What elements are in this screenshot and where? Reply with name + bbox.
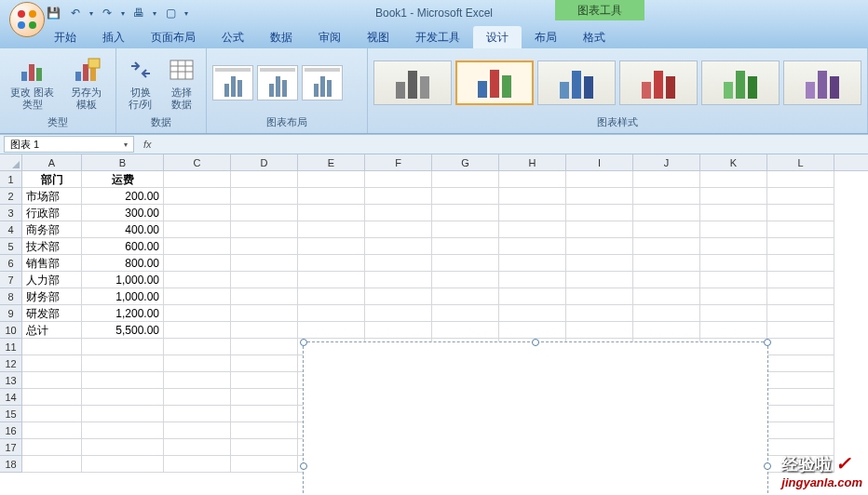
change-chart-type-button[interactable]: 更改 图表类型 — [6, 53, 60, 113]
row-header[interactable]: 17 — [0, 439, 21, 456]
row-header[interactable]: 8 — [0, 288, 21, 305]
cell[interactable] — [298, 221, 365, 238]
tab-page-layout[interactable]: 页面布局 — [138, 26, 209, 48]
cell[interactable]: 5,500.00 — [82, 322, 164, 339]
cell[interactable] — [164, 288, 231, 305]
cell[interactable] — [365, 288, 432, 305]
cell[interactable] — [231, 372, 298, 389]
cell[interactable] — [231, 188, 298, 205]
cell[interactable] — [767, 339, 834, 355]
cell[interactable] — [633, 322, 700, 339]
select-all-corner[interactable] — [0, 154, 22, 171]
cell[interactable] — [432, 255, 499, 272]
chart-layout-2[interactable] — [257, 65, 298, 100]
cell[interactable] — [164, 171, 231, 188]
tab-format[interactable]: 格式 — [570, 26, 618, 48]
cell[interactable] — [566, 171, 633, 188]
cell[interactable] — [82, 439, 164, 456]
column-header[interactable]: F — [365, 154, 432, 170]
cell[interactable]: 研发部 — [22, 305, 82, 322]
cell[interactable] — [700, 205, 767, 221]
cell[interactable]: 销售部 — [22, 255, 82, 272]
cell[interactable] — [700, 305, 767, 322]
column-header[interactable]: I — [566, 154, 633, 170]
cell[interactable] — [365, 255, 432, 272]
cell[interactable] — [700, 322, 767, 339]
cell[interactable] — [700, 188, 767, 205]
cell[interactable] — [633, 171, 700, 188]
cell[interactable] — [164, 355, 231, 372]
cell[interactable] — [432, 322, 499, 339]
cell[interactable] — [231, 322, 298, 339]
row-header[interactable]: 13 — [0, 372, 21, 389]
cell[interactable] — [566, 272, 633, 288]
tab-developer[interactable]: 开发工具 — [402, 26, 473, 48]
column-header[interactable]: E — [298, 154, 365, 170]
cell[interactable] — [767, 288, 834, 305]
row-header[interactable]: 3 — [0, 205, 21, 221]
cell[interactable] — [365, 171, 432, 188]
row-header[interactable]: 6 — [0, 255, 21, 272]
cell[interactable]: 运费 — [82, 171, 164, 188]
cell[interactable] — [164, 439, 231, 456]
column-header[interactable]: B — [82, 154, 164, 170]
column-header[interactable]: L — [767, 154, 834, 170]
cell[interactable] — [164, 272, 231, 288]
cell[interactable] — [767, 205, 834, 221]
cell[interactable] — [82, 389, 164, 406]
cell[interactable] — [365, 305, 432, 322]
chart-layout-1[interactable] — [212, 65, 253, 100]
cell[interactable] — [164, 205, 231, 221]
cell[interactable] — [365, 188, 432, 205]
cell[interactable] — [164, 406, 231, 422]
cell[interactable] — [499, 322, 566, 339]
cell[interactable] — [298, 171, 365, 188]
cell[interactable] — [298, 205, 365, 221]
cell[interactable] — [566, 188, 633, 205]
cell[interactable] — [566, 205, 633, 221]
cell[interactable] — [566, 238, 633, 255]
cell[interactable] — [633, 255, 700, 272]
cell[interactable] — [231, 205, 298, 221]
cell[interactable] — [432, 305, 499, 322]
cell[interactable] — [22, 439, 82, 456]
cell[interactable] — [164, 339, 231, 355]
cell[interactable] — [164, 305, 231, 322]
cell[interactable] — [365, 322, 432, 339]
cell[interactable] — [298, 238, 365, 255]
cell[interactable] — [298, 255, 365, 272]
cell[interactable] — [767, 221, 834, 238]
cell[interactable] — [231, 238, 298, 255]
cell[interactable] — [164, 389, 231, 406]
cell[interactable]: 人力部 — [22, 272, 82, 288]
cell[interactable] — [633, 188, 700, 205]
cell[interactable] — [767, 406, 834, 422]
cell[interactable]: 300.00 — [82, 205, 164, 221]
cell[interactable] — [566, 305, 633, 322]
cell[interactable] — [499, 288, 566, 305]
cell[interactable] — [633, 205, 700, 221]
cell[interactable] — [231, 355, 298, 372]
tab-insert[interactable]: 插入 — [89, 26, 138, 48]
cell[interactable] — [231, 389, 298, 406]
cell[interactable] — [767, 171, 834, 188]
cell[interactable] — [298, 188, 365, 205]
cell[interactable] — [365, 238, 432, 255]
tab-formulas[interactable]: 公式 — [209, 26, 257, 48]
cell[interactable] — [432, 205, 499, 221]
cell[interactable] — [164, 322, 231, 339]
cell[interactable] — [298, 272, 365, 288]
cell[interactable] — [767, 305, 834, 322]
chart-style-6[interactable] — [783, 60, 861, 105]
office-button[interactable] — [9, 2, 45, 37]
tab-design[interactable]: 设计 — [473, 26, 522, 48]
resize-handle-ne[interactable] — [764, 339, 771, 346]
cell[interactable] — [231, 406, 298, 422]
save-icon[interactable]: 💾 — [45, 5, 61, 21]
cell[interactable] — [499, 188, 566, 205]
cell[interactable] — [298, 305, 365, 322]
tab-review[interactable]: 审阅 — [305, 26, 354, 48]
cell[interactable] — [22, 422, 82, 439]
chart-style-4[interactable] — [619, 60, 698, 105]
resize-handle-w[interactable] — [300, 462, 307, 470]
